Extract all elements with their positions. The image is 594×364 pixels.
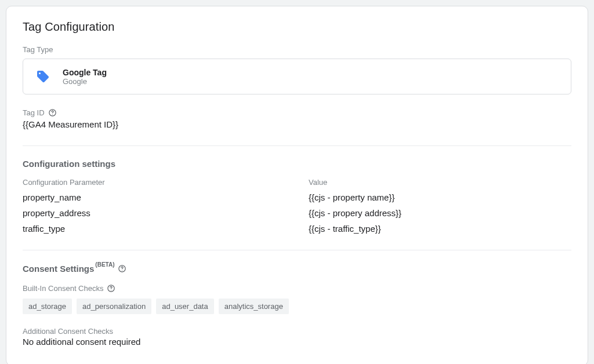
built-in-label-row: Built-In Consent Checks: [23, 284, 571, 293]
config-param: property_name: [23, 192, 285, 202]
consent-chip: ad_storage: [23, 299, 72, 314]
config-param: traffic_type: [23, 224, 285, 234]
col-header-value: Value: [309, 178, 571, 187]
additional-consent-label: Additional Consent Checks: [23, 327, 571, 336]
consent-settings-title: Consent Settings(BETA): [23, 263, 114, 274]
config-value: {{cjs - propery address}}: [309, 208, 571, 218]
help-icon[interactable]: [118, 264, 126, 273]
config-param: property_address: [23, 208, 285, 218]
built-in-consent-label: Built-In Consent Checks: [23, 284, 103, 293]
config-value: {{cjs - property name}}: [309, 192, 571, 202]
consent-chip: ad_user_data: [156, 299, 214, 314]
consent-settings-header: Consent Settings(BETA): [23, 263, 571, 274]
col-header-param: Configuration Parameter: [23, 178, 285, 187]
consent-chip: ad_personalization: [77, 299, 151, 314]
tag-type-name: Google Tag: [63, 68, 107, 77]
divider: [23, 145, 571, 146]
tag-configuration-card: Tag Configuration Tag Type Google Tag Go…: [6, 6, 588, 364]
consent-chip: analytics_storage: [219, 299, 289, 314]
page-title: Tag Configuration: [23, 20, 571, 34]
tag-id-label: Tag ID: [23, 108, 45, 117]
config-settings-title: Configuration settings: [23, 159, 571, 169]
google-tag-icon: [32, 66, 53, 87]
tag-type-text: Google Tag Google: [63, 68, 107, 86]
help-icon[interactable]: [48, 108, 57, 117]
config-value: {{cjs - traffic_type}}: [309, 224, 571, 234]
tag-id-value: {{GA4 Measurement ID}}: [23, 119, 571, 129]
divider: [23, 250, 571, 250]
additional-consent-value: No additional consent required: [23, 337, 571, 347]
tag-type-vendor: Google: [63, 77, 107, 86]
beta-badge: (BETA): [95, 261, 114, 268]
svg-point-2: [52, 114, 53, 115]
svg-point-6: [111, 290, 111, 290]
tag-type-label: Tag Type: [23, 45, 571, 54]
svg-point-4: [122, 270, 122, 271]
consent-chips: ad_storage ad_personalization ad_user_da…: [23, 299, 571, 314]
svg-point-0: [39, 72, 41, 74]
config-settings-table: Configuration Parameter Value property_n…: [23, 178, 571, 234]
tag-id-label-row: Tag ID: [23, 108, 571, 117]
help-icon[interactable]: [107, 284, 115, 293]
tag-type-selector[interactable]: Google Tag Google: [23, 59, 571, 94]
